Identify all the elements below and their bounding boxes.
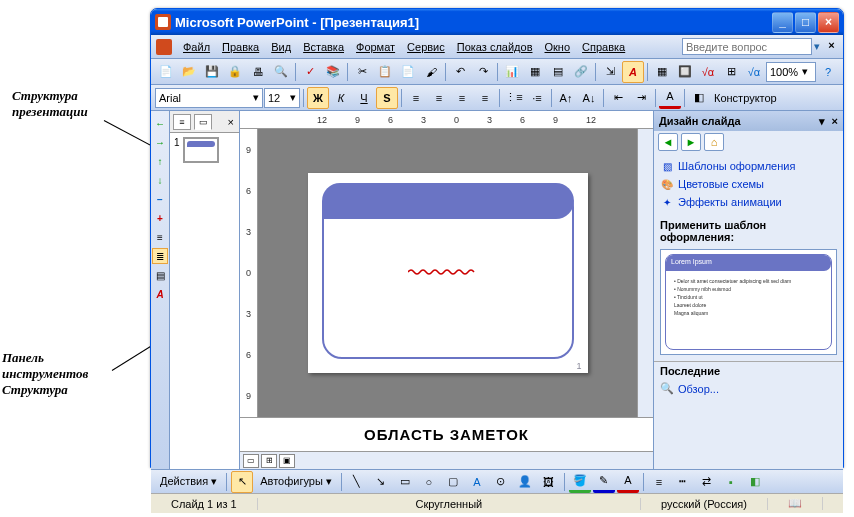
print-button[interactable]: 🖶: [247, 61, 269, 83]
decrease-indent-button[interactable]: ⇤: [607, 87, 629, 109]
taskpane-menu-icon[interactable]: ▾: [819, 115, 825, 128]
taskpane-header[interactable]: Дизайн слайда▾ ×: [654, 111, 843, 131]
line-color-button[interactable]: ✎: [593, 471, 615, 493]
shadow-button[interactable]: S: [376, 87, 398, 109]
italic-button[interactable]: К: [330, 87, 352, 109]
promote-button[interactable]: ←: [152, 115, 168, 131]
justify-button[interactable]: ≡: [474, 87, 496, 109]
line-style-button[interactable]: ≡: [648, 471, 670, 493]
slideshow-view-button[interactable]: ▣: [279, 454, 295, 468]
show-formatting-button[interactable]: A: [622, 61, 644, 83]
slides-tab[interactable]: ▭: [194, 114, 212, 130]
designer-button[interactable]: Конструктор: [711, 88, 780, 108]
menu-edit[interactable]: Правка: [216, 38, 265, 56]
menu-format[interactable]: Формат: [350, 38, 401, 56]
menu-file[interactable]: Файл: [177, 38, 216, 56]
copy-button[interactable]: 📋: [374, 61, 396, 83]
research-button[interactable]: 📚: [322, 61, 344, 83]
show-format-button[interactable]: A: [152, 286, 168, 302]
doc-icon[interactable]: [156, 39, 172, 55]
status-language[interactable]: русский (Россия): [641, 498, 768, 510]
vertical-scrollbar[interactable]: [637, 129, 653, 417]
redo-button[interactable]: ↷: [472, 61, 494, 83]
design-button[interactable]: ◧: [688, 87, 710, 109]
move-down-button[interactable]: ↓: [152, 172, 168, 188]
align-left-button[interactable]: ≡: [405, 87, 427, 109]
minimize-button[interactable]: _: [772, 12, 793, 33]
bold-button[interactable]: Ж: [307, 87, 329, 109]
align-right-button[interactable]: ≡: [451, 87, 473, 109]
summary-button[interactable]: ▤: [152, 267, 168, 283]
template-preview[interactable]: Lorem Ipsum • Delor sit amet consectetue…: [660, 249, 837, 355]
decrease-font-button[interactable]: A↓: [578, 87, 600, 109]
line-button[interactable]: ╲: [346, 471, 368, 493]
slide-thumb[interactable]: 1: [174, 137, 235, 163]
hyperlink-button[interactable]: 🔗: [570, 61, 592, 83]
home-button[interactable]: ⌂: [704, 133, 724, 151]
menu-view[interactable]: Вид: [265, 38, 297, 56]
textbox-button[interactable]: ▢: [442, 471, 464, 493]
back-button[interactable]: ◄: [658, 133, 678, 151]
new-button[interactable]: 📄: [155, 61, 177, 83]
preview-button[interactable]: 🔍: [270, 61, 292, 83]
color-schemes-link[interactable]: 🎨Цветовые схемы: [660, 175, 837, 193]
animation-link[interactable]: ✦Эффекты анимации: [660, 193, 837, 211]
close-pane-button[interactable]: ×: [228, 116, 234, 128]
color-button[interactable]: 🔲: [674, 61, 696, 83]
rectangle-button[interactable]: ▭: [394, 471, 416, 493]
picture-button[interactable]: 🖼: [538, 471, 560, 493]
wordart-button[interactable]: A: [466, 471, 488, 493]
undo-button[interactable]: ↶: [449, 61, 471, 83]
underline-button[interactable]: Ч: [353, 87, 375, 109]
align-center-button[interactable]: ≡: [428, 87, 450, 109]
normal-view-button[interactable]: ▭: [243, 454, 259, 468]
actions-menu[interactable]: Действия ▾: [155, 473, 222, 490]
templates-link[interactable]: ▧Шаблоны оформления: [660, 157, 837, 175]
3d-style-button[interactable]: ◧: [744, 471, 766, 493]
select-button[interactable]: ↖: [231, 471, 253, 493]
chart-button[interactable]: 📊: [501, 61, 523, 83]
slide[interactable]: 1: [308, 173, 588, 373]
diagram-button[interactable]: ⊙: [490, 471, 512, 493]
collapse-button[interactable]: −: [152, 191, 168, 207]
zoom-combo[interactable]: 100%▾: [766, 62, 816, 82]
dash-style-button[interactable]: ┅: [672, 471, 694, 493]
placeholder-text[interactable]: [408, 268, 478, 276]
arrow-style-button[interactable]: ⇄: [696, 471, 718, 493]
sorter-view-button[interactable]: ⊞: [261, 454, 277, 468]
maximize-button[interactable]: □: [795, 12, 816, 33]
browse-link[interactable]: 🔍Обзор...: [654, 380, 843, 397]
increase-indent-button[interactable]: ⇥: [630, 87, 652, 109]
shadow-style-button[interactable]: ▪: [720, 471, 742, 493]
font-name-combo[interactable]: Arial▾: [155, 88, 263, 108]
notes-area[interactable]: ОБЛАСТЬ ЗАМЕТОК: [240, 417, 653, 451]
menu-slideshow[interactable]: Показ слайдов: [451, 38, 539, 56]
grid-button[interactable]: ▦: [651, 61, 673, 83]
paste-button[interactable]: 📄: [397, 61, 419, 83]
slide-canvas[interactable]: 1: [258, 129, 637, 417]
cut-button[interactable]: ✂: [351, 61, 373, 83]
demote-button[interactable]: →: [152, 134, 168, 150]
spellcheck-button[interactable]: ✓: [299, 61, 321, 83]
collapse-all-button[interactable]: ≡: [152, 229, 168, 245]
ask-question-box[interactable]: [682, 38, 812, 55]
menu-window[interactable]: Окно: [539, 38, 577, 56]
clipart-button[interactable]: 👤: [514, 471, 536, 493]
template-thumb[interactable]: Lorem Ipsum • Delor sit amet consectetue…: [665, 254, 832, 350]
font-color2-button[interactable]: A: [617, 471, 639, 493]
menu-tools[interactable]: Сервис: [401, 38, 451, 56]
table-button[interactable]: ▦: [524, 61, 546, 83]
help-button[interactable]: ?: [817, 61, 839, 83]
open-button[interactable]: 📂: [178, 61, 200, 83]
autoshapes-menu[interactable]: Автофигуры ▾: [255, 473, 337, 490]
titlebar[interactable]: Microsoft PowerPoint - [Презентация1] _ …: [151, 9, 843, 35]
thumb-preview[interactable]: [183, 137, 219, 163]
expand-button[interactable]: +: [152, 210, 168, 226]
menu-help[interactable]: Справка: [576, 38, 631, 56]
expand-all-button[interactable]: ≣: [152, 248, 168, 264]
move-up-button[interactable]: ↑: [152, 153, 168, 169]
close-button[interactable]: ×: [818, 12, 839, 33]
doc-close-button[interactable]: ×: [824, 39, 839, 54]
thumbnails-list[interactable]: 1: [170, 133, 239, 469]
save-button[interactable]: 💾: [201, 61, 223, 83]
